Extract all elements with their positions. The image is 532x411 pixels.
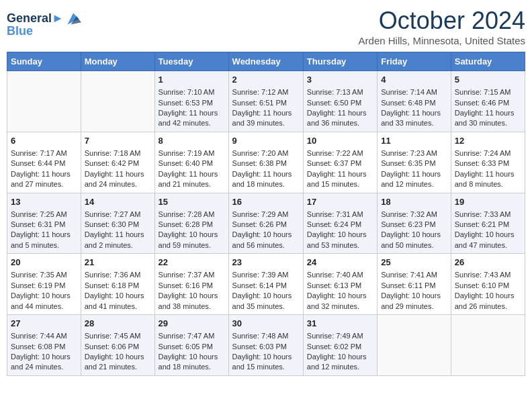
calendar-cell: 31Sunrise: 7:49 AMSunset: 6:02 PMDayligh… <box>303 315 377 376</box>
daylight-text: Daylight: 11 hours and 2 minutes. <box>85 230 151 250</box>
calendar-cell: 20Sunrise: 7:35 AMSunset: 6:19 PMDayligh… <box>7 254 81 315</box>
daylight-text: Daylight: 10 hours and 24 minutes. <box>11 352 77 373</box>
day-number: 5 <box>455 74 521 86</box>
day-of-week-header: Saturday <box>451 52 525 71</box>
sunset-text: Sunset: 6:40 PM <box>159 158 225 169</box>
calendar-cell <box>451 315 525 376</box>
sunrise-text: Sunrise: 7:35 AM <box>11 270 77 280</box>
daylight-text: Daylight: 11 hours and 42 minutes. <box>159 108 225 129</box>
calendar-week-row: 27Sunrise: 7:44 AMSunset: 6:08 PMDayligh… <box>7 315 525 376</box>
day-of-week-header: Thursday <box>303 52 377 71</box>
day-number: 19 <box>455 196 521 208</box>
calendar-cell: 29Sunrise: 7:47 AMSunset: 6:05 PMDayligh… <box>154 315 228 376</box>
sunset-text: Sunset: 6:53 PM <box>159 98 225 108</box>
sunrise-text: Sunrise: 7:41 AM <box>381 270 447 280</box>
calendar-cell: 4Sunrise: 7:14 AMSunset: 6:48 PMDaylight… <box>378 71 451 132</box>
day-number: 4 <box>381 74 447 86</box>
sunrise-text: Sunrise: 7:45 AM <box>85 331 151 341</box>
sunrise-text: Sunrise: 7:39 AM <box>232 270 300 280</box>
sunrise-text: Sunrise: 7:43 AM <box>455 270 521 280</box>
sunrise-text: Sunrise: 7:40 AM <box>307 270 373 280</box>
calendar-cell: 17Sunrise: 7:31 AMSunset: 6:24 PMDayligh… <box>303 193 377 254</box>
calendar-week-row: 13Sunrise: 7:25 AMSunset: 6:31 PMDayligh… <box>7 193 525 254</box>
day-of-week-header: Friday <box>378 52 451 71</box>
calendar-week-row: 6Sunrise: 7:17 AMSunset: 6:44 PMDaylight… <box>7 132 525 193</box>
calendar-cell: 16Sunrise: 7:29 AMSunset: 6:26 PMDayligh… <box>228 193 303 254</box>
sunset-text: Sunset: 6:14 PM <box>232 281 300 291</box>
daylight-text: Daylight: 11 hours and 15 minutes. <box>307 169 373 190</box>
sunrise-text: Sunrise: 7:25 AM <box>11 210 77 220</box>
daylight-text: Daylight: 10 hours and 50 minutes. <box>381 230 447 250</box>
month-title: October 2024 <box>359 7 525 35</box>
calendar-cell: 10Sunrise: 7:22 AMSunset: 6:37 PMDayligh… <box>303 132 377 193</box>
day-number: 27 <box>11 318 77 330</box>
daylight-text: Daylight: 11 hours and 8 minutes. <box>455 169 521 190</box>
daylight-text: Daylight: 11 hours and 39 minutes. <box>232 108 300 129</box>
daylight-text: Daylight: 11 hours and 33 minutes. <box>381 108 447 129</box>
daylight-text: Daylight: 10 hours and 26 minutes. <box>455 291 521 312</box>
day-of-week-header: Tuesday <box>154 52 228 71</box>
day-number: 23 <box>232 257 300 269</box>
daylight-text: Daylight: 10 hours and 44 minutes. <box>11 291 77 312</box>
sunrise-text: Sunrise: 7:14 AM <box>381 87 447 97</box>
sunset-text: Sunset: 6:44 PM <box>11 158 77 169</box>
calendar-cell: 21Sunrise: 7:36 AMSunset: 6:18 PMDayligh… <box>81 254 154 315</box>
daylight-text: Daylight: 10 hours and 47 minutes. <box>455 230 521 250</box>
sunrise-text: Sunrise: 7:48 AM <box>232 331 300 341</box>
sunrise-text: Sunrise: 7:17 AM <box>11 148 77 158</box>
day-number: 13 <box>11 196 77 208</box>
sunset-text: Sunset: 6:28 PM <box>159 220 225 230</box>
calendar-cell: 18Sunrise: 7:32 AMSunset: 6:23 PMDayligh… <box>378 193 451 254</box>
calendar-cell: 8Sunrise: 7:19 AMSunset: 6:40 PMDaylight… <box>154 132 228 193</box>
day-number: 11 <box>381 135 447 147</box>
calendar-cell: 2Sunrise: 7:12 AMSunset: 6:51 PMDaylight… <box>228 71 303 132</box>
day-number: 15 <box>159 196 225 208</box>
sunset-text: Sunset: 6:48 PM <box>381 98 447 108</box>
calendar-cell: 27Sunrise: 7:44 AMSunset: 6:08 PMDayligh… <box>7 315 81 376</box>
sunset-text: Sunset: 6:05 PM <box>159 342 225 352</box>
daylight-text: Daylight: 10 hours and 32 minutes. <box>307 291 373 312</box>
sunset-text: Sunset: 6:30 PM <box>85 220 151 230</box>
day-number: 9 <box>232 135 300 147</box>
day-number: 24 <box>307 257 373 269</box>
sunset-text: Sunset: 6:13 PM <box>307 281 373 291</box>
daylight-text: Daylight: 10 hours and 53 minutes. <box>307 230 373 250</box>
logo-icon <box>65 11 81 27</box>
calendar-cell: 28Sunrise: 7:45 AMSunset: 6:06 PMDayligh… <box>81 315 154 376</box>
sunset-text: Sunset: 6:35 PM <box>381 158 447 169</box>
sunset-text: Sunset: 6:16 PM <box>159 281 225 291</box>
day-of-week-header: Wednesday <box>228 52 303 71</box>
sunset-text: Sunset: 6:11 PM <box>381 281 447 291</box>
calendar-cell: 15Sunrise: 7:28 AMSunset: 6:28 PMDayligh… <box>154 193 228 254</box>
day-of-week-header: Monday <box>81 52 154 71</box>
daylight-text: Daylight: 10 hours and 12 minutes. <box>307 352 373 373</box>
day-number: 6 <box>11 135 77 147</box>
day-number: 10 <box>307 135 373 147</box>
sunset-text: Sunset: 6:42 PM <box>85 158 151 169</box>
sunrise-text: Sunrise: 7:23 AM <box>381 148 447 158</box>
calendar-week-row: 1Sunrise: 7:10 AMSunset: 6:53 PMDaylight… <box>7 71 525 132</box>
logo-text: General► <box>7 12 64 26</box>
daylight-text: Daylight: 10 hours and 35 minutes. <box>232 291 300 312</box>
calendar-cell: 12Sunrise: 7:24 AMSunset: 6:33 PMDayligh… <box>451 132 525 193</box>
sunrise-text: Sunrise: 7:13 AM <box>307 87 373 97</box>
sunrise-text: Sunrise: 7:36 AM <box>85 270 151 280</box>
calendar-header-row: SundayMondayTuesdayWednesdayThursdayFrid… <box>7 52 525 71</box>
day-number: 14 <box>85 196 151 208</box>
calendar-cell: 24Sunrise: 7:40 AMSunset: 6:13 PMDayligh… <box>303 254 377 315</box>
day-number: 1 <box>159 74 225 86</box>
sunrise-text: Sunrise: 7:32 AM <box>381 210 447 220</box>
daylight-text: Daylight: 10 hours and 15 minutes. <box>232 352 300 373</box>
sunset-text: Sunset: 6:19 PM <box>11 281 77 291</box>
calendar-cell: 9Sunrise: 7:20 AMSunset: 6:38 PMDaylight… <box>228 132 303 193</box>
day-number: 31 <box>307 318 373 330</box>
calendar-cell: 26Sunrise: 7:43 AMSunset: 6:10 PMDayligh… <box>451 254 525 315</box>
sunrise-text: Sunrise: 7:28 AM <box>159 210 225 220</box>
calendar-cell: 3Sunrise: 7:13 AMSunset: 6:50 PMDaylight… <box>303 71 377 132</box>
sunrise-text: Sunrise: 7:19 AM <box>159 148 225 158</box>
calendar-cell: 13Sunrise: 7:25 AMSunset: 6:31 PMDayligh… <box>7 193 81 254</box>
sunset-text: Sunset: 6:08 PM <box>11 342 77 352</box>
sunrise-text: Sunrise: 7:18 AM <box>85 148 151 158</box>
sunset-text: Sunset: 6:38 PM <box>232 158 300 169</box>
day-number: 25 <box>381 257 447 269</box>
